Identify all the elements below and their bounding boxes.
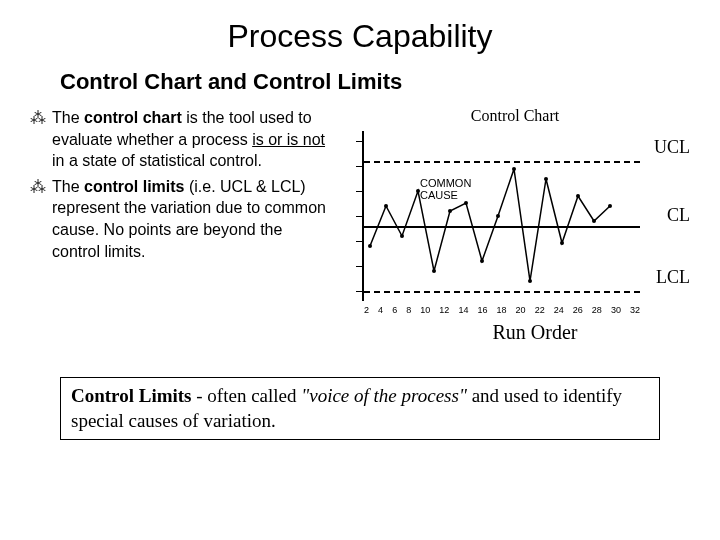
x-axis-ticks: 2468 10121416 18202224 26283032 — [364, 305, 640, 315]
svg-point-2 — [400, 234, 404, 238]
svg-point-14 — [592, 219, 596, 223]
svg-point-12 — [560, 241, 564, 245]
svg-point-11 — [544, 177, 548, 181]
bullet-icon: ⁂ — [30, 107, 46, 172]
ucl-label: UCL — [654, 137, 690, 158]
footnote-box: Control Limits - often called "voice of … — [60, 377, 660, 440]
section-heading: Control Chart and Control Limits — [60, 69, 690, 95]
bullet-list: ⁂ The control chart is the tool used to … — [30, 107, 330, 347]
chart-plot: COMMONCAUSE 2468 10121416 18202224 26283… — [350, 131, 640, 301]
svg-point-10 — [528, 279, 532, 283]
svg-point-1 — [384, 204, 388, 208]
data-line — [350, 131, 620, 301]
bullet-text: The control limits (i.e. UCL & LCL) repr… — [52, 176, 330, 262]
svg-point-6 — [464, 201, 468, 205]
svg-point-8 — [496, 214, 500, 218]
bullet-text: The control chart is the tool used to ev… — [52, 107, 330, 172]
list-item: ⁂ The control chart is the tool used to … — [30, 107, 330, 172]
page-title: Process Capability — [30, 18, 690, 55]
list-item: ⁂ The control limits (i.e. UCL & LCL) re… — [30, 176, 330, 262]
lcl-label: LCL — [656, 267, 690, 288]
svg-point-0 — [368, 244, 372, 248]
svg-point-13 — [576, 194, 580, 198]
svg-point-5 — [448, 209, 452, 213]
bullet-icon: ⁂ — [30, 176, 46, 262]
svg-point-9 — [512, 167, 516, 171]
control-chart: Control Chart — [340, 107, 690, 347]
chart-annotation: COMMONCAUSE — [420, 177, 471, 201]
cl-label: CL — [667, 205, 690, 226]
svg-point-15 — [608, 204, 612, 208]
chart-title: Control Chart — [340, 107, 690, 125]
x-axis-label: Run Order — [380, 321, 690, 344]
svg-point-4 — [432, 269, 436, 273]
svg-point-7 — [480, 259, 484, 263]
